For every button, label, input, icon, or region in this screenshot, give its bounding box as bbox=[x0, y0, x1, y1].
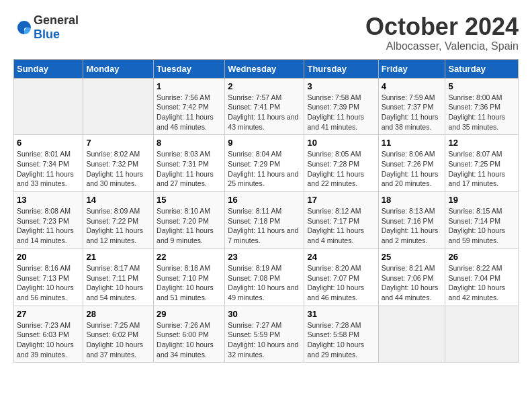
day-detail: Sunrise: 8:08 AM Sunset: 7:23 PM Dayligh… bbox=[17, 206, 80, 246]
calendar-cell: 7Sunrise: 8:02 AM Sunset: 7:32 PM Daylig… bbox=[83, 135, 154, 192]
day-number: 26 bbox=[448, 252, 515, 262]
day-number: 27 bbox=[17, 309, 80, 319]
day-detail: Sunrise: 8:12 AM Sunset: 7:17 PM Dayligh… bbox=[307, 206, 375, 246]
day-header: Monday bbox=[83, 59, 154, 78]
day-number: 11 bbox=[382, 138, 443, 148]
day-detail: Sunrise: 8:04 AM Sunset: 7:29 PM Dayligh… bbox=[228, 149, 301, 189]
calendar-cell bbox=[378, 306, 445, 363]
day-number: 21 bbox=[86, 252, 150, 262]
calendar-table: SundayMondayTuesdayWednesdayThursdayFrid… bbox=[13, 59, 519, 363]
day-detail: Sunrise: 8:02 AM Sunset: 7:32 PM Dayligh… bbox=[86, 149, 150, 189]
day-detail: Sunrise: 8:03 AM Sunset: 7:31 PM Dayligh… bbox=[157, 149, 222, 189]
subtitle: Albocasser, Valencia, Spain bbox=[365, 40, 519, 52]
calendar-cell: 2Sunrise: 7:57 AM Sunset: 7:41 PM Daylig… bbox=[225, 78, 304, 135]
day-detail: Sunrise: 8:16 AM Sunset: 7:13 PM Dayligh… bbox=[17, 263, 80, 303]
day-header: Saturday bbox=[445, 59, 519, 78]
day-number: 14 bbox=[86, 195, 150, 205]
calendar-cell: 10Sunrise: 8:05 AM Sunset: 7:28 PM Dayli… bbox=[304, 135, 378, 192]
day-number: 24 bbox=[307, 252, 375, 262]
calendar-cell: 27Sunrise: 7:23 AM Sunset: 6:03 PM Dayli… bbox=[14, 306, 83, 363]
calendar-cell: 22Sunrise: 8:18 AM Sunset: 7:10 PM Dayli… bbox=[154, 248, 225, 306]
day-detail: Sunrise: 7:28 AM Sunset: 5:58 PM Dayligh… bbox=[307, 320, 375, 360]
day-detail: Sunrise: 7:58 AM Sunset: 7:39 PM Dayligh… bbox=[307, 93, 375, 132]
day-detail: Sunrise: 8:21 AM Sunset: 7:06 PM Dayligh… bbox=[382, 263, 443, 303]
calendar-cell: 24Sunrise: 8:20 AM Sunset: 7:07 PM Dayli… bbox=[304, 248, 378, 306]
day-detail: Sunrise: 8:10 AM Sunset: 7:20 PM Dayligh… bbox=[157, 206, 222, 246]
day-number: 7 bbox=[86, 138, 150, 148]
day-header: Sunday bbox=[14, 59, 83, 78]
calendar-cell: 6Sunrise: 8:01 AM Sunset: 7:34 PM Daylig… bbox=[14, 135, 83, 192]
day-number: 8 bbox=[157, 138, 222, 148]
title-area: October 2024 Albocasser, Valencia, Spain bbox=[365, 13, 519, 52]
day-number: 2 bbox=[228, 81, 301, 91]
calendar-cell: 8Sunrise: 8:03 AM Sunset: 7:31 PM Daylig… bbox=[154, 135, 225, 192]
day-detail: Sunrise: 8:07 AM Sunset: 7:25 PM Dayligh… bbox=[448, 149, 515, 189]
main-title: October 2024 bbox=[365, 13, 519, 40]
logo: General Blue bbox=[13, 13, 79, 42]
calendar-cell: 11Sunrise: 8:06 AM Sunset: 7:26 PM Dayli… bbox=[378, 135, 445, 192]
day-header: Wednesday bbox=[225, 59, 304, 78]
day-detail: Sunrise: 8:00 AM Sunset: 7:36 PM Dayligh… bbox=[448, 93, 515, 132]
calendar-week-row: 13Sunrise: 8:08 AM Sunset: 7:23 PM Dayli… bbox=[14, 192, 519, 249]
calendar-cell: 26Sunrise: 8:22 AM Sunset: 7:04 PM Dayli… bbox=[445, 248, 519, 306]
day-detail: Sunrise: 8:11 AM Sunset: 7:18 PM Dayligh… bbox=[228, 206, 301, 246]
calendar-cell: 18Sunrise: 8:13 AM Sunset: 7:16 PM Dayli… bbox=[378, 192, 445, 249]
calendar-cell: 3Sunrise: 7:58 AM Sunset: 7:39 PM Daylig… bbox=[304, 78, 378, 135]
logo-icon bbox=[15, 18, 34, 37]
calendar-cell: 12Sunrise: 8:07 AM Sunset: 7:25 PM Dayli… bbox=[445, 135, 519, 192]
calendar-week-row: 6Sunrise: 8:01 AM Sunset: 7:34 PM Daylig… bbox=[14, 135, 519, 192]
logo-text: General Blue bbox=[34, 13, 79, 42]
day-detail: Sunrise: 8:17 AM Sunset: 7:11 PM Dayligh… bbox=[86, 263, 150, 303]
calendar-cell bbox=[14, 78, 83, 135]
day-number: 4 bbox=[382, 81, 443, 91]
day-number: 16 bbox=[228, 195, 301, 205]
calendar-cell bbox=[445, 306, 519, 363]
day-header: Friday bbox=[378, 59, 445, 78]
calendar-cell: 9Sunrise: 8:04 AM Sunset: 7:29 PM Daylig… bbox=[225, 135, 304, 192]
day-detail: Sunrise: 8:13 AM Sunset: 7:16 PM Dayligh… bbox=[382, 206, 443, 246]
logo-blue: Blue bbox=[34, 28, 60, 41]
calendar-cell: 14Sunrise: 8:09 AM Sunset: 7:22 PM Dayli… bbox=[83, 192, 154, 249]
day-detail: Sunrise: 7:56 AM Sunset: 7:42 PM Dayligh… bbox=[157, 93, 222, 132]
day-number: 28 bbox=[86, 309, 150, 319]
day-detail: Sunrise: 8:01 AM Sunset: 7:34 PM Dayligh… bbox=[17, 149, 80, 189]
day-detail: Sunrise: 8:18 AM Sunset: 7:10 PM Dayligh… bbox=[157, 263, 222, 303]
calendar-cell: 19Sunrise: 8:15 AM Sunset: 7:14 PM Dayli… bbox=[445, 192, 519, 249]
day-detail: Sunrise: 8:05 AM Sunset: 7:28 PM Dayligh… bbox=[307, 149, 375, 189]
header-row: SundayMondayTuesdayWednesdayThursdayFrid… bbox=[14, 59, 519, 78]
day-header: Tuesday bbox=[154, 59, 225, 78]
page-header: General Blue October 2024 Albocasser, Va… bbox=[13, 13, 519, 52]
day-number: 6 bbox=[17, 138, 80, 148]
calendar-cell: 16Sunrise: 8:11 AM Sunset: 7:18 PM Dayli… bbox=[225, 192, 304, 249]
day-detail: Sunrise: 8:22 AM Sunset: 7:04 PM Dayligh… bbox=[448, 263, 515, 303]
day-detail: Sunrise: 7:59 AM Sunset: 7:37 PM Dayligh… bbox=[382, 93, 443, 132]
calendar-cell: 13Sunrise: 8:08 AM Sunset: 7:23 PM Dayli… bbox=[14, 192, 83, 249]
day-number: 15 bbox=[157, 195, 222, 205]
day-number: 22 bbox=[157, 252, 222, 262]
day-number: 25 bbox=[382, 252, 443, 262]
day-number: 29 bbox=[157, 309, 222, 319]
day-number: 10 bbox=[307, 138, 375, 148]
day-number: 30 bbox=[228, 309, 301, 319]
calendar-cell: 28Sunrise: 7:25 AM Sunset: 6:02 PM Dayli… bbox=[83, 306, 154, 363]
calendar-cell: 5Sunrise: 8:00 AM Sunset: 7:36 PM Daylig… bbox=[445, 78, 519, 135]
day-detail: Sunrise: 8:09 AM Sunset: 7:22 PM Dayligh… bbox=[86, 206, 150, 246]
day-number: 5 bbox=[448, 81, 515, 91]
day-number: 13 bbox=[17, 195, 80, 205]
calendar-cell: 25Sunrise: 8:21 AM Sunset: 7:06 PM Dayli… bbox=[378, 248, 445, 306]
logo-general: General bbox=[34, 13, 79, 27]
calendar-week-row: 1Sunrise: 7:56 AM Sunset: 7:42 PM Daylig… bbox=[14, 78, 519, 135]
day-number: 12 bbox=[448, 138, 515, 148]
calendar-cell: 30Sunrise: 7:27 AM Sunset: 5:59 PM Dayli… bbox=[225, 306, 304, 363]
calendar-cell: 1Sunrise: 7:56 AM Sunset: 7:42 PM Daylig… bbox=[154, 78, 225, 135]
day-number: 1 bbox=[157, 81, 222, 91]
calendar-week-row: 20Sunrise: 8:16 AM Sunset: 7:13 PM Dayli… bbox=[14, 248, 519, 306]
day-detail: Sunrise: 8:15 AM Sunset: 7:14 PM Dayligh… bbox=[448, 206, 515, 246]
day-detail: Sunrise: 7:27 AM Sunset: 5:59 PM Dayligh… bbox=[228, 320, 301, 360]
day-detail: Sunrise: 8:20 AM Sunset: 7:07 PM Dayligh… bbox=[307, 263, 375, 303]
day-detail: Sunrise: 8:06 AM Sunset: 7:26 PM Dayligh… bbox=[382, 149, 443, 189]
calendar-cell: 4Sunrise: 7:59 AM Sunset: 7:37 PM Daylig… bbox=[378, 78, 445, 135]
calendar-cell bbox=[83, 78, 154, 135]
calendar-cell: 15Sunrise: 8:10 AM Sunset: 7:20 PM Dayli… bbox=[154, 192, 225, 249]
day-detail: Sunrise: 7:23 AM Sunset: 6:03 PM Dayligh… bbox=[17, 320, 80, 360]
